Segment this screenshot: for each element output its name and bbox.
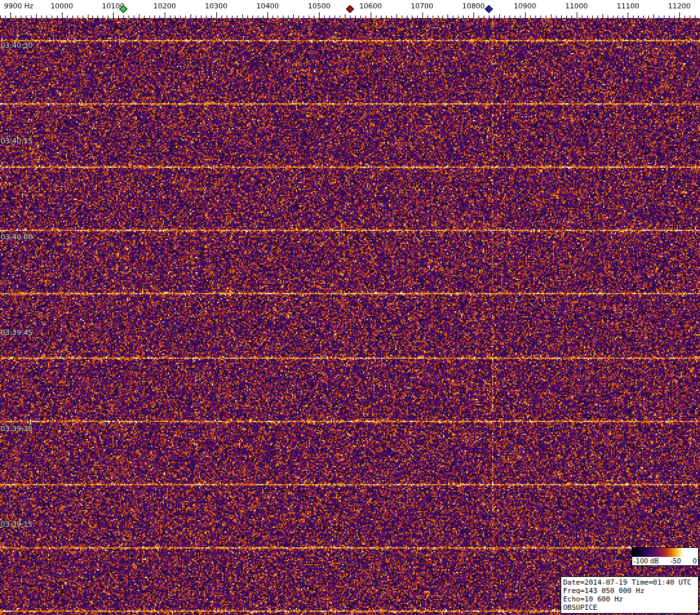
freq-label-11200: 11200 bbox=[668, 2, 691, 10]
observation-info-box: Date=2014-07-19 Time=01:40 UTC Freq=143 … bbox=[561, 576, 699, 614]
time-label-033930: 03:39:30 bbox=[1, 425, 32, 433]
freq-label-11100: 11100 bbox=[617, 2, 639, 10]
time-label-033915: 03:39:15 bbox=[1, 520, 32, 529]
freq-label-10500: 10500 bbox=[308, 2, 331, 10]
colorbar-label-mid: -50 bbox=[670, 557, 681, 565]
colorbar: -100 dB -50 0 bbox=[632, 547, 699, 566]
info-frequency: Freq=143 050 000 Hz bbox=[563, 587, 696, 595]
freq-label-10600: 10600 bbox=[359, 2, 382, 10]
freq-label-11000: 11000 bbox=[565, 2, 588, 10]
colorbar-gradient bbox=[632, 548, 698, 557]
info-date-time: Date=2014-07-19 Time=01:40 UTC bbox=[563, 578, 696, 587]
freq-label-10900: 10900 bbox=[514, 2, 537, 10]
info-echo: Echo=10 600 Hz bbox=[563, 595, 696, 603]
time-label-034030: 03:40:30 bbox=[1, 41, 32, 50]
time-label-034015: 03:40:15 bbox=[1, 137, 32, 145]
freq-label-10700: 10700 bbox=[411, 2, 433, 10]
freq-label-10200: 10200 bbox=[154, 2, 176, 10]
info-observatory: OBSUPICE bbox=[563, 603, 696, 612]
colorbar-label-min: -100 dB bbox=[633, 557, 659, 565]
spectrum-waterfall-window: 9900 Hz100001010010200103001040010500106… bbox=[0, 0, 700, 615]
freq-label-9900: 9900 Hz bbox=[4, 2, 34, 10]
time-label-034000: 03:40:00 bbox=[1, 233, 32, 241]
colorbar-label-max: 0 bbox=[693, 557, 697, 565]
freq-label-10800: 10800 bbox=[462, 2, 485, 10]
waterfall-area: 03:40:3003:40:1503:40:0003:39:4503:39:30… bbox=[0, 18, 700, 615]
spectrogram-canvas[interactable] bbox=[0, 18, 700, 615]
frequency-ruler[interactable]: 9900 Hz100001010010200103001040010500106… bbox=[0, 0, 700, 18]
freq-label-10000: 10000 bbox=[50, 2, 73, 10]
time-label-033945: 03:39:45 bbox=[1, 328, 32, 337]
freq-label-10300: 10300 bbox=[205, 2, 227, 10]
freq-label-10400: 10400 bbox=[256, 2, 279, 10]
colorbar-labels: -100 dB -50 0 bbox=[632, 557, 698, 565]
